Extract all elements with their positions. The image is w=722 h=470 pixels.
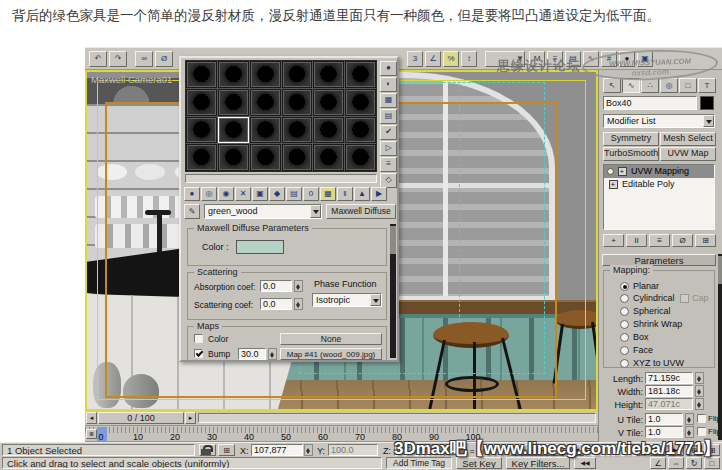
show-end-result-icon[interactable]: ‖ xyxy=(337,187,353,201)
phase-function-dropdown[interactable]: Isotropic xyxy=(312,293,382,307)
scattering-field[interactable]: 0.0 xyxy=(260,298,292,310)
video-color-check-icon[interactable]: ✔ xyxy=(380,125,397,140)
spinner[interactable] xyxy=(294,298,303,310)
stack-item-editable-poly[interactable]: Editable Poly xyxy=(604,178,714,191)
pick-material-from-object-icon[interactable]: ✎ xyxy=(184,204,200,219)
slot-scrollbar[interactable] xyxy=(185,174,377,183)
y-coordinate-field[interactable]: 100.0 xyxy=(328,444,378,456)
background-icon[interactable]: ▦ xyxy=(380,93,397,108)
spinner[interactable] xyxy=(695,398,704,410)
assign-material-to-selection-icon[interactable]: ◉ xyxy=(218,187,234,201)
x-coordinate-field[interactable]: 107,877 xyxy=(251,444,303,456)
get-material-icon[interactable]: ● xyxy=(184,187,200,201)
tab-utilities[interactable]: T xyxy=(698,78,716,93)
object-color-swatch[interactable] xyxy=(700,96,714,110)
spinner[interactable] xyxy=(294,280,303,292)
u-tile-field[interactable]: 1.0 xyxy=(645,413,683,425)
configure-modifier-sets-icon[interactable]: ⊞ xyxy=(695,234,716,247)
unlink-selection-icon[interactable]: Ø xyxy=(155,51,173,67)
height-field[interactable]: 47.071c xyxy=(645,398,693,410)
u-flip-checkbox[interactable] xyxy=(697,414,706,423)
radio-shrink-wrap[interactable] xyxy=(620,320,629,329)
radio-planar[interactable] xyxy=(620,282,629,291)
undo-icon[interactable]: ↶ xyxy=(89,51,107,67)
make-unique-stack-icon[interactable]: ≡ xyxy=(649,234,670,247)
go-to-parent-icon[interactable]: ▲ xyxy=(354,187,370,201)
length-field[interactable]: 71.159c xyxy=(645,372,693,384)
v-flip-checkbox[interactable] xyxy=(697,427,706,436)
bump-map-checkbox[interactable] xyxy=(194,349,203,358)
pin-stack-icon[interactable]: + xyxy=(603,234,624,247)
angle-snap-icon[interactable]: ∠ xyxy=(425,51,441,67)
params-scrollbar[interactable] xyxy=(390,224,396,358)
select-by-material-icon[interactable]: ◇ xyxy=(380,173,397,188)
spinner[interactable] xyxy=(268,348,277,360)
material-id-channel-icon[interactable]: 0 xyxy=(303,187,319,201)
put-to-library-icon[interactable]: ▤ xyxy=(286,187,302,201)
uvw-map-button[interactable]: UVW Map xyxy=(660,147,716,161)
expand-icon[interactable] xyxy=(609,180,618,189)
modifier-list-dropdown[interactable]: Modifier List xyxy=(603,114,715,128)
panel-scrollbar[interactable] xyxy=(718,254,722,440)
sample-type-icon[interactable]: ● xyxy=(380,61,397,76)
absolute-mode-toggle-icon[interactable]: ⊞ xyxy=(218,444,235,456)
spinner[interactable] xyxy=(685,413,694,425)
next-frame-button[interactable]: ▸ xyxy=(185,412,196,424)
tab-display[interactable]: □ xyxy=(679,78,697,93)
time-slider-track[interactable] xyxy=(198,413,596,423)
spinner-snap-icon[interactable]: ↕ xyxy=(461,51,477,67)
tab-motion[interactable]: ◎ xyxy=(660,78,678,93)
chevron-down-icon[interactable] xyxy=(703,115,714,127)
color-map-checkbox[interactable] xyxy=(194,334,203,343)
mesh-select-button[interactable]: Mesh Select xyxy=(660,132,716,146)
time-slider-handle[interactable]: 0 / 100 xyxy=(98,412,184,424)
spinner[interactable] xyxy=(695,385,704,397)
material-sample-slots[interactable] xyxy=(185,60,377,172)
symmetry-button[interactable]: Symmetry xyxy=(603,132,659,146)
snap-toggle-icon[interactable]: 3 xyxy=(407,51,423,67)
make-unique-icon[interactable]: ◆ xyxy=(269,187,285,201)
material-type-button[interactable]: Maxwell Diffuse xyxy=(326,204,396,219)
radio-spherical[interactable] xyxy=(620,307,629,316)
expand-icon[interactable] xyxy=(618,167,627,176)
bump-amount-field[interactable]: 30.0 xyxy=(238,348,266,360)
radio-cylindrical[interactable] xyxy=(620,294,629,303)
radio-box[interactable] xyxy=(620,333,629,342)
percent-snap-icon[interactable]: % xyxy=(443,51,459,67)
material-name-dropdown[interactable]: green_wood xyxy=(204,204,322,219)
spinner[interactable] xyxy=(304,444,313,456)
color-map-button[interactable]: None xyxy=(280,333,382,345)
width-field[interactable]: 181.18c xyxy=(645,385,693,397)
options-icon[interactable]: ≡ xyxy=(380,157,397,172)
spinner[interactable] xyxy=(695,372,704,384)
modifier-stack[interactable]: UVW Mapping Editable Poly xyxy=(603,164,715,230)
make-preview-icon[interactable]: ▷ xyxy=(380,141,397,156)
chevron-down-icon[interactable] xyxy=(310,205,321,218)
turbosmooth-button[interactable]: TurboSmooth xyxy=(603,147,659,161)
remove-modifier-icon[interactable]: Ø xyxy=(672,234,693,247)
tab-hierarchy[interactable]: ∴ xyxy=(641,78,659,93)
bump-map-button[interactable]: Map #41 (wood_009.jpg) xyxy=(280,348,382,360)
active-material-slot[interactable] xyxy=(218,117,249,144)
chevron-down-icon[interactable] xyxy=(370,294,381,306)
object-name-field[interactable]: Box40 xyxy=(603,96,697,110)
diffuse-color-swatch[interactable] xyxy=(236,240,284,254)
tab-modify[interactable]: ∿ xyxy=(622,78,640,93)
radio-face[interactable] xyxy=(620,346,629,355)
select-and-link-icon[interactable]: ∞ xyxy=(135,51,153,67)
put-material-to-scene-icon[interactable]: ◎ xyxy=(201,187,217,201)
sample-uv-tiling-icon[interactable]: ▤ xyxy=(380,109,397,124)
radio-xyz-to-uvw[interactable] xyxy=(620,359,629,368)
absorption-field[interactable]: 0.0 xyxy=(260,280,292,292)
viewport-label[interactable]: Maxwell Camera01 xyxy=(91,74,172,85)
backlight-icon[interactable]: ◐ xyxy=(380,77,397,92)
show-map-in-viewport-icon[interactable]: ▦ xyxy=(320,187,336,201)
stack-item-uvw-mapping[interactable]: UVW Mapping xyxy=(604,165,714,178)
make-material-copy-icon[interactable]: ▣ xyxy=(252,187,268,201)
show-end-result-stack-icon[interactable]: II xyxy=(626,234,647,247)
reset-map-icon[interactable]: ✕ xyxy=(235,187,251,201)
go-forward-sibling-icon[interactable]: ▶ xyxy=(371,187,387,201)
cap-checkbox[interactable] xyxy=(680,294,689,303)
previous-frame-button[interactable]: ◂ xyxy=(86,412,97,424)
selection-lock-icon[interactable] xyxy=(199,444,216,456)
